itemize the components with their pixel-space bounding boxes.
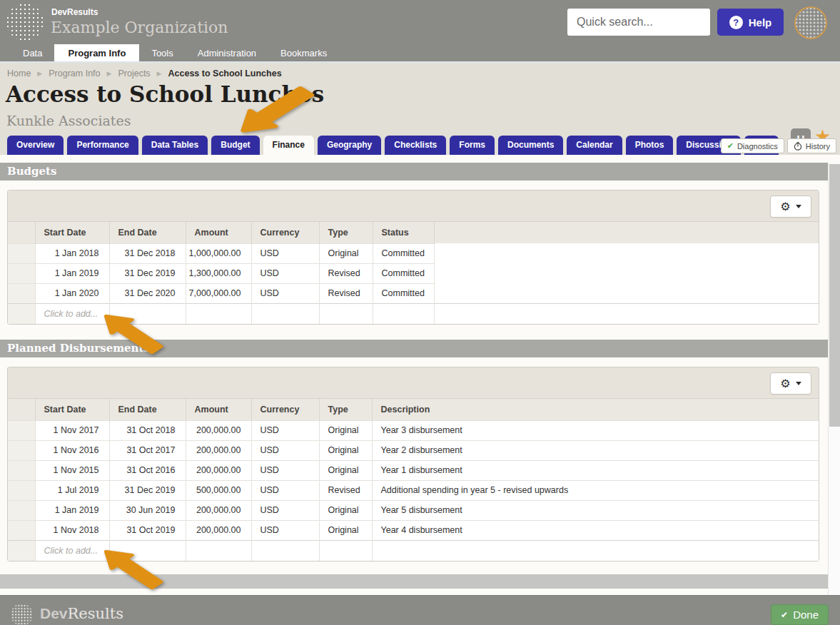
empty-cell[interactable] <box>251 303 319 324</box>
tab-checklists[interactable]: Checklists <box>385 136 446 155</box>
cell-end-date[interactable]: 30 Jun 2019 <box>109 500 186 520</box>
cell-type[interactable]: Revised <box>319 263 373 283</box>
cell-end-date[interactable]: 31 Dec 2018 <box>109 243 186 263</box>
breadcrumb-program-info[interactable]: Program Info <box>49 68 100 78</box>
empty-cell[interactable] <box>372 540 819 561</box>
cell-description[interactable]: Year 3 disbursement <box>372 420 819 440</box>
help-button[interactable]: ? Help <box>717 9 784 36</box>
empty-cell[interactable] <box>109 303 186 324</box>
breadcrumb-projects[interactable]: Projects <box>118 68 150 78</box>
cell-description[interactable]: Year 5 disbursement <box>372 500 819 520</box>
row-handle[interactable] <box>8 263 35 283</box>
empty-cell[interactable] <box>186 540 251 561</box>
cell-start-date[interactable]: 1 Nov 2017 <box>35 420 109 440</box>
row-handle[interactable] <box>8 520 35 540</box>
cell-amount[interactable]: 200,000.00 <box>186 520 251 540</box>
cell-type[interactable]: Original <box>319 500 372 520</box>
vertical-scrollbar[interactable] <box>828 163 840 595</box>
cell-description[interactable]: Additional spending in year 5 - revised … <box>372 480 819 500</box>
tab-budget[interactable]: Budget <box>211 136 259 155</box>
cell-amount[interactable]: 500,000.00 <box>186 480 251 500</box>
cell-currency[interactable]: USD <box>251 520 319 540</box>
quick-search-box[interactable] <box>567 9 710 36</box>
cell-currency[interactable]: USD <box>251 263 319 283</box>
cell-start-date[interactable]: 1 Jan 2020 <box>35 283 109 303</box>
scrollbar-thumb[interactable] <box>829 164 840 427</box>
row-handle[interactable] <box>8 283 35 303</box>
cell-end-date[interactable]: 31 Dec 2019 <box>109 263 186 283</box>
cell-description[interactable]: Year 1 disbursement <box>372 460 819 480</box>
row-handle[interactable] <box>8 243 35 263</box>
nav-item-tools[interactable]: Tools <box>139 44 185 61</box>
empty-cell[interactable] <box>373 303 434 324</box>
empty-cell[interactable] <box>434 303 819 324</box>
cell-currency[interactable]: USD <box>251 480 319 500</box>
cell-currency[interactable]: USD <box>251 283 319 303</box>
row-handle[interactable] <box>8 480 35 500</box>
cell-amount[interactable]: 200,000.00 <box>186 440 251 460</box>
cell-amount[interactable]: 1,300,000.00 <box>186 263 251 283</box>
disbursements-settings-button[interactable]: ⚙ <box>770 372 811 395</box>
cell-end-date[interactable]: 31 Dec 2020 <box>109 283 186 303</box>
cell-start-date[interactable]: 1 Jan 2019 <box>35 500 109 520</box>
click-to-add-cell[interactable]: Click to add... <box>35 540 109 561</box>
nav-item-administration[interactable]: Administration <box>186 44 268 61</box>
tab-data-tables[interactable]: Data Tables <box>142 136 208 155</box>
cell-currency[interactable]: USD <box>251 440 319 460</box>
empty-cell[interactable] <box>319 540 372 561</box>
cell-end-date[interactable]: 31 Dec 2019 <box>109 480 186 500</box>
cell-start-date[interactable]: 1 Nov 2016 <box>35 440 109 460</box>
cell-start-date[interactable]: 1 Jan 2018 <box>35 243 109 263</box>
tab-forms[interactable]: Forms <box>450 136 495 155</box>
row-handle[interactable] <box>8 500 35 520</box>
tab-finance[interactable]: Finance <box>263 136 314 155</box>
tab-geography[interactable]: Geography <box>318 136 381 155</box>
cell-type[interactable]: Original <box>319 420 372 440</box>
cell-type[interactable]: Revised <box>319 283 373 303</box>
cell-currency[interactable]: USD <box>251 460 319 480</box>
breadcrumb-home[interactable]: Home <box>7 68 31 78</box>
cell-amount[interactable]: 200,000.00 <box>186 420 251 440</box>
cell-start-date[interactable]: 1 Jan 2019 <box>35 263 109 283</box>
cell-currency[interactable]: USD <box>251 500 319 520</box>
cell-type[interactable]: Revised <box>319 480 372 500</box>
empty-cell[interactable] <box>251 540 319 561</box>
empty-cell[interactable] <box>109 540 186 561</box>
empty-cell[interactable] <box>319 303 373 324</box>
tab-calendar[interactable]: Calendar <box>567 136 622 155</box>
diagnostics-button[interactable]: ✔ Diagnostics <box>721 138 784 153</box>
tab-documents[interactable]: Documents <box>498 136 563 155</box>
cell-amount[interactable]: 1,000,000.00 <box>186 243 251 263</box>
empty-cell[interactable] <box>186 303 251 324</box>
row-handle[interactable] <box>8 460 35 480</box>
nav-item-bookmarks[interactable]: Bookmarks <box>268 44 339 61</box>
budgets-settings-button[interactable]: ⚙ <box>770 195 811 218</box>
row-handle[interactable] <box>8 440 35 460</box>
cell-currency[interactable]: USD <box>251 243 319 263</box>
search-input[interactable] <box>567 16 729 29</box>
cell-end-date[interactable]: 31 Oct 2016 <box>109 460 186 480</box>
cell-end-date[interactable]: 31 Oct 2019 <box>109 520 186 540</box>
cell-amount[interactable]: 7,000,000.00 <box>186 283 251 303</box>
nav-item-data[interactable]: Data <box>11 44 54 61</box>
cell-status[interactable]: Committed <box>373 283 434 303</box>
cell-start-date[interactable]: 1 Jul 2019 <box>35 480 109 500</box>
tab-photos[interactable]: Photos <box>626 136 674 155</box>
cell-description[interactable]: Year 4 disbursement <box>372 520 819 540</box>
cell-type[interactable]: Original <box>319 440 372 460</box>
cell-type[interactable]: Original <box>319 460 372 480</box>
user-avatar[interactable] <box>794 6 827 39</box>
cell-description[interactable]: Year 2 disbursement <box>372 440 819 460</box>
cell-status[interactable]: Committed <box>373 243 434 263</box>
history-button[interactable]: History <box>787 138 836 153</box>
done-button[interactable]: ✔ Done <box>771 604 829 625</box>
cell-end-date[interactable]: 31 Oct 2017 <box>109 440 186 460</box>
row-handle[interactable] <box>8 420 35 440</box>
cell-start-date[interactable]: 1 Nov 2015 <box>35 460 109 480</box>
cell-end-date[interactable]: 31 Oct 2018 <box>109 420 186 440</box>
cell-amount[interactable]: 200,000.00 <box>186 460 251 480</box>
cell-currency[interactable]: USD <box>251 420 319 440</box>
tab-overview[interactable]: Overview <box>7 136 64 155</box>
cell-type[interactable]: Original <box>319 520 372 540</box>
cell-amount[interactable]: 200,000.00 <box>186 500 251 520</box>
